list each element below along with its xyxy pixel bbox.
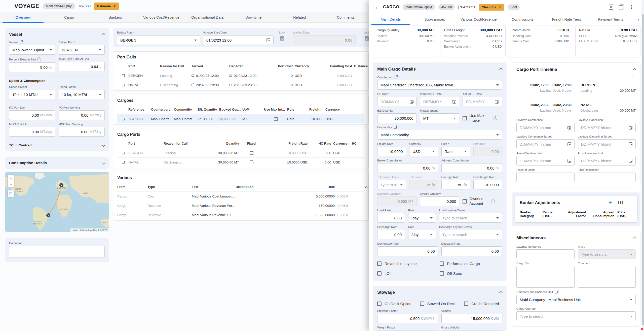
commodity-select[interactable]: Mabl Commodity bbox=[377, 130, 502, 140]
counterpart-select[interactable]: Mabl Charterer, Charterer, 105, Mable to… bbox=[377, 80, 502, 90]
laydays-commence-target-input[interactable]: DD/MM/YY hh:mm bbox=[516, 139, 575, 149]
voyage-comment-input[interactable] bbox=[9, 246, 105, 257]
collapse-icon[interactable] bbox=[499, 68, 503, 71]
tab-bunkers[interactable]: Bunkers bbox=[92, 12, 138, 22]
actual-bl-date-input[interactable]: DD/MM/YY bbox=[463, 97, 502, 106]
tc-in-contract-toggle[interactable]: TC In Contract bbox=[9, 143, 105, 147]
overage-rate-field[interactable]: 50% bbox=[441, 180, 470, 189]
export-pdf-icon[interactable] bbox=[609, 5, 613, 10]
use-max-intake-checkbox[interactable] bbox=[274, 117, 278, 121]
final-destination-input[interactable] bbox=[578, 173, 636, 182]
external-link-icon[interactable] bbox=[20, 41, 22, 44]
copy-icon[interactable] bbox=[619, 5, 624, 10]
load-rate-field[interactable]: 0.00 bbox=[377, 213, 405, 223]
calendar-icon[interactable] bbox=[629, 126, 632, 129]
external-link-icon[interactable] bbox=[394, 126, 397, 129]
discharge-rule-select[interactable]: /day bbox=[408, 230, 436, 239]
collapse-icon[interactable] bbox=[633, 237, 636, 240]
tab-downtime[interactable]: Downtime bbox=[231, 12, 277, 22]
open-port-call-icon[interactable] bbox=[122, 84, 125, 86]
freight-rate-field[interactable]: 10.0000 bbox=[377, 147, 406, 156]
despatch-rate-field[interactable]: 0.00 bbox=[441, 246, 502, 256]
discharge-rate-field[interactable]: 0.00 bbox=[377, 230, 405, 239]
company-business-unit-select[interactable]: Mabl Company - Mabl Business Unit bbox=[516, 295, 636, 304]
rule-select[interactable]: Rate bbox=[441, 147, 470, 156]
table-row[interactable]: BERGEN Loading 30,000.00 MT 0.0000 USD 0… bbox=[117, 148, 364, 157]
calendar-icon[interactable] bbox=[410, 100, 413, 104]
external-link-icon[interactable] bbox=[395, 76, 397, 79]
performance-cargo-checkbox-row[interactable]: Performance Cargo bbox=[440, 261, 502, 266]
currency-select[interactable]: USD bbox=[409, 147, 438, 156]
clean-fix-button[interactable]: Clean Fix bbox=[479, 4, 504, 11]
timeline-entry[interactable]: 20/02, 23:30 - 20/02, 23:30 Laytime Used… bbox=[516, 103, 636, 112]
table-row[interactable]: 76479851 Mabl Charte... Mabl Comm... 30,… bbox=[117, 114, 364, 123]
add-cargo-port-button[interactable]: + bbox=[631, 73, 635, 79]
volume-field[interactable]: 15,000.000CBM bbox=[441, 314, 502, 323]
deadfreight-rate-field[interactable]: 10.0000 bbox=[473, 180, 502, 189]
columns-icon[interactable] bbox=[618, 201, 623, 204]
demurrage-rate-field[interactable]: 0.00 bbox=[377, 246, 438, 256]
timeline-entry[interactable]: 01/02, 12:00 - 01/02, 12:00 Laytime Used… bbox=[516, 83, 636, 92]
laydays-cancelling-input[interactable]: DD/MM/YY hh:mm bbox=[578, 123, 636, 132]
open-cargo-port-icon[interactable] bbox=[122, 161, 125, 164]
calendar-icon[interactable] bbox=[629, 142, 632, 146]
tab-cargo[interactable]: Cargo bbox=[46, 12, 92, 22]
map-fullscreen-button[interactable] bbox=[8, 190, 14, 197]
tab-related[interactable]: Related bbox=[277, 12, 323, 22]
arrival-window-start-input[interactable]: DD/MM/YY hh:mm bbox=[516, 156, 575, 166]
reversible-laytime-checkbox-row[interactable]: Reversible Laytime bbox=[377, 261, 440, 266]
tab-overview[interactable]: Overview bbox=[0, 12, 46, 22]
stowed-on-deck-row[interactable]: Stowed On Deck bbox=[420, 302, 456, 306]
cp-date-input[interactable]: DD/MM/YY bbox=[377, 97, 417, 106]
tab-sub-cargoes[interactable]: Sub-cargoes bbox=[413, 14, 457, 25]
loi-checkbox-row[interactable]: LOI bbox=[377, 271, 440, 276]
laydays-commence-input[interactable]: DD/MM/YY hh:mm bbox=[516, 123, 575, 132]
tab-comments[interactable]: Comments bbox=[323, 12, 369, 22]
use-max-intake-checkbox[interactable] bbox=[463, 116, 467, 120]
map-zoom-in-button[interactable]: + bbox=[8, 175, 14, 181]
discharge-laytime-terms-select[interactable]: Type to search. bbox=[439, 230, 502, 239]
voyage-route-map[interactable]: NORTH AMERICA SOUTH AMERICA EUROPE AFRIC… bbox=[5, 172, 109, 232]
fixed-checkbox[interactable] bbox=[250, 151, 253, 155]
fo-port-idle-field[interactable]: 0.00MT/day bbox=[9, 110, 55, 120]
reversible-laytime-checkbox[interactable] bbox=[377, 261, 382, 266]
back-arrow-icon[interactable]: ← bbox=[375, 4, 380, 10]
measurement-select[interactable]: MT bbox=[420, 113, 460, 123]
on-deck-option-checkbox[interactable] bbox=[377, 302, 382, 306]
open-port-call-icon[interactable] bbox=[122, 74, 125, 77]
calendar-icon[interactable] bbox=[495, 100, 499, 104]
cargo-comment-input[interactable] bbox=[578, 266, 636, 288]
address-commission-field[interactable]: 0.00% bbox=[441, 163, 502, 173]
owners-account-checkbox[interactable] bbox=[463, 199, 467, 204]
load-rule-select[interactable]: /day bbox=[408, 213, 436, 223]
tolerance-option-select[interactable]: Type to s... bbox=[377, 180, 406, 189]
load-laytime-terms-select[interactable]: Type to search. bbox=[439, 213, 502, 223]
kebab-menu-icon[interactable] bbox=[631, 7, 632, 8]
fixed-checkbox[interactable] bbox=[250, 160, 253, 164]
loi-checkbox[interactable] bbox=[377, 271, 382, 276]
calendar-icon[interactable] bbox=[452, 100, 456, 104]
vessel-select[interactable]: Mabl-owc4403pnyf bbox=[9, 45, 55, 55]
table-row[interactable]: Cargo Revenue Mabl Various Revenue Per .… bbox=[117, 201, 364, 210]
add-bunker-adjustment-button[interactable]: + bbox=[609, 200, 612, 205]
stowed-on-deck-checkbox[interactable] bbox=[420, 302, 424, 306]
cradle-required-row[interactable]: Cradle Required bbox=[464, 302, 499, 306]
cargo-operator-select[interactable]: Type to search. bbox=[516, 311, 636, 321]
tab-various-cost-revenue[interactable]: Various Cost/Revenue bbox=[138, 12, 184, 22]
calendar-icon[interactable] bbox=[567, 126, 571, 129]
table-row[interactable]: NATAL Discharging 30,000.00 MT 10.0000 U… bbox=[117, 157, 364, 167]
percent-extra-field[interactable]: 5.00% bbox=[9, 62, 55, 72]
download-icon[interactable]: ↓ bbox=[629, 200, 632, 205]
laydays-cancelling-target-input[interactable]: DD/MM/YY hh:mm bbox=[578, 139, 636, 149]
bl-quantity-field[interactable]: 30,000.000 bbox=[377, 113, 417, 123]
place-of-origin-input[interactable] bbox=[516, 173, 575, 182]
voyage-start-date-input[interactable]: 01/02/23 12:00 bbox=[203, 35, 274, 45]
on-deck-option-row[interactable]: On Deck Option bbox=[377, 302, 411, 306]
mgo-port-idle-field[interactable]: 0.00MT/day bbox=[9, 127, 55, 137]
collapse-icon[interactable] bbox=[633, 68, 636, 71]
stowage-factor-field[interactable]: 0.500CBM/MT bbox=[377, 314, 438, 323]
consumption-details-toggle[interactable]: Consumption Details bbox=[9, 161, 105, 165]
collapse-icon[interactable] bbox=[499, 291, 503, 294]
calendar-icon[interactable] bbox=[629, 159, 632, 163]
off-spec-checkbox[interactable] bbox=[440, 271, 444, 276]
